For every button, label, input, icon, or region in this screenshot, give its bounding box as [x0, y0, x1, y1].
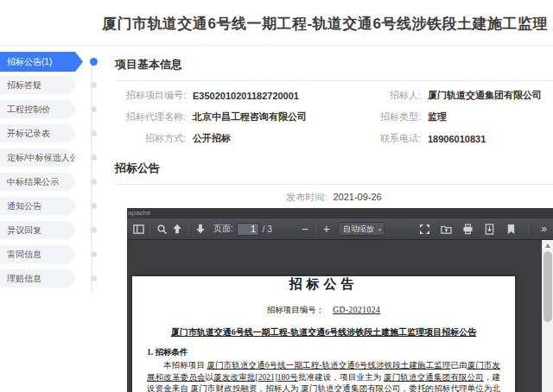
sidebar-item-label[interactable]: 通知公告 [0, 197, 77, 215]
sidebar-item-similar-info[interactable]: 雷同信息 [0, 245, 102, 263]
sidebar-item-label[interactable]: 招标答疑 [0, 76, 77, 94]
sidebar-item-announcement[interactable]: 招标公告(1) [0, 52, 102, 72]
scroll-up-arrow-icon[interactable] [545, 243, 550, 248]
field-agency-name: 招标代理名称: 北京中昌工程咨询有限公司 [115, 106, 350, 128]
field-value: 北京中昌工程咨询有限公司 [193, 111, 307, 123]
sidebar-item-result-publicity[interactable]: 中标结果公示 [0, 173, 102, 191]
document-paragraph: 本招标项目 厦门市轨道交通6号线一期工程-轨道交通6号线涉铁段土建施工监理已由厦… [147, 360, 500, 392]
timeline-dot [91, 155, 97, 161]
zoom-in-button[interactable]: + [320, 222, 334, 236]
field-label: 招标方式: [115, 132, 186, 145]
project-info-grid: 招标项目编号: E3502010201182720001 招标人: 厦门轨道交通… [115, 81, 553, 149]
download-icon [484, 224, 495, 235]
toolbar-right-group: » [416, 221, 550, 237]
page-header: 厦门市轨道交通6号线一期工程-轨道交通6号线涉铁段土建施工监理 [0, 0, 553, 46]
fullscreen-icon [419, 224, 430, 235]
document-code-label: 招标项目编号： [267, 306, 325, 314]
timeline-dot [91, 82, 97, 88]
printer-icon [462, 224, 474, 235]
print-button[interactable] [460, 221, 475, 237]
next-page-button[interactable] [193, 221, 208, 237]
field-value: E3502010201182720001 [193, 91, 299, 101]
field-value: 18906010831 [428, 134, 486, 144]
open-file-button[interactable] [438, 221, 454, 237]
download-button[interactable] [481, 221, 497, 237]
document-code-line: 招标项目编号：GD-2021024 [132, 305, 515, 316]
timeline-dot [91, 130, 97, 136]
page-title: 厦门市轨道交通6号线一期工程-轨道交通6号线涉铁段土建施工监理 [97, 14, 553, 34]
field-tender-type: 招标类型: 监理 [350, 106, 553, 128]
field-value: 公开招标 [193, 132, 231, 145]
sidebar-item-label[interactable]: 异议回复 [0, 221, 77, 239]
document-title: 招标公告 [132, 276, 515, 293]
pdf-scrollbar[interactable] [542, 240, 553, 392]
sidebar-item-label[interactable]: 雷同信息 [0, 245, 77, 263]
section-title-announcement: 招标公告 [115, 161, 553, 185]
sidebar-item-label[interactable]: 理赔信息 [0, 269, 77, 288]
timeline-dot [91, 251, 97, 257]
pdf-viewer: apache [127, 208, 553, 392]
sidebar-item-label[interactable]: 定标/中标候选人公示 [0, 149, 77, 167]
main-content: 项目基本信息 招标项目编号: E3502010201182720001 招标人:… [102, 46, 553, 392]
find-button[interactable] [154, 221, 169, 237]
search-icon [156, 224, 168, 235]
zoom-out-button[interactable]: − [298, 222, 312, 236]
pdf-server-bar: apache [127, 208, 553, 218]
toolbar-separator [315, 223, 316, 235]
pdf-content-area: 招标公告 招标项目编号：GD-2021024 厦门市轨道交通6号线一期工程-轨道… [127, 240, 542, 392]
field-project-number: 招标项目编号: E3502010201182720001 [115, 85, 350, 106]
timeline-dot [91, 106, 97, 112]
sidebar-item-winner-candidates[interactable]: 定标/中标候选人公示 [0, 149, 102, 167]
presentation-mode-button[interactable] [416, 221, 432, 237]
chevron-down-icon: ▾ [378, 226, 381, 232]
pdf-toolbar: 页面: / 3 − + 自动缩放 ▾ [127, 218, 553, 240]
publish-row: 发布时间: 2021-09-26 [115, 191, 553, 204]
pdf-page: 招标公告 招标项目编号：GD-2021024 厦门市轨道交通6号线一期工程-轨道… [132, 276, 515, 392]
server-label: apache [128, 209, 150, 217]
publish-time-label: 发布时间: [286, 192, 327, 202]
sidebar: 招标公告(1) 招标答疑 工程控制价 开标记录表 定标/中标候选人公示 中标结果… [0, 46, 102, 392]
sidebar-item-objection-reply[interactable]: 异议回复 [0, 221, 102, 239]
bookmark-button[interactable] [503, 221, 518, 237]
zoom-select-value: 自动缩放 [343, 224, 374, 235]
toggle-sidebar-button[interactable] [130, 221, 146, 237]
sidebar-item-label[interactable]: 开标记录表 [0, 124, 77, 142]
page-number-input[interactable] [237, 223, 259, 236]
previous-page-button[interactable] [169, 221, 185, 237]
field-tender-method: 招标方式: 公开招标 [115, 128, 350, 149]
scrollbar-thumb[interactable] [543, 251, 552, 322]
arrow-down-icon [195, 224, 206, 234]
field-tenderer: 招标人: 厦门轨道交通集团有限公司 [350, 85, 553, 106]
document-code-value: GD-2021024 [333, 306, 380, 314]
toolbar-separator [188, 223, 189, 235]
field-value: 厦门轨道交通集团有限公司 [428, 89, 542, 102]
toolbar-separator [528, 223, 529, 235]
field-label: 招标项目编号: [115, 89, 186, 102]
sidebar-item-label[interactable]: 中标结果公示 [0, 173, 77, 191]
more-tools-button[interactable]: » [538, 223, 550, 235]
sidebar-item-label[interactable]: 招标公告(1) [0, 52, 83, 72]
field-label: 招标类型: [350, 111, 421, 123]
publish-time-value: 2021-09-26 [333, 192, 381, 202]
timeline-dot [91, 203, 97, 209]
toolbar-separator [149, 223, 150, 235]
page-label: 页面: [213, 223, 233, 235]
sidebar-item-claims-info[interactable]: 理赔信息 [0, 269, 102, 288]
document-section-1: 1. 招标条件 [147, 347, 500, 358]
bookmark-icon [506, 224, 516, 235]
zoom-controls: − + 自动缩放 ▾ [298, 222, 385, 236]
timeline-dot [91, 227, 97, 233]
sidebar-item-bid-opening-record[interactable]: 开标记录表 [0, 124, 102, 142]
sidebar-toggle-icon [133, 224, 144, 235]
timeline-dot [91, 275, 97, 281]
sidebar-item-qa[interactable]: 招标答疑 [0, 76, 102, 94]
sidebar-item-label[interactable]: 工程控制价 [0, 100, 77, 118]
page-total: / 3 [263, 224, 272, 234]
zoom-select-dropdown[interactable]: 自动缩放 ▾ [338, 222, 385, 236]
sidebar-item-notice[interactable]: 通知公告 [0, 197, 102, 215]
timeline-dot [90, 58, 98, 66]
sidebar-item-control-price[interactable]: 工程控制价 [0, 100, 102, 118]
document-headline: 厦门市轨道交通6号线一期工程-轨道交通6号线涉铁段土建施工监理项目招标公告 [132, 326, 515, 338]
field-label: 招标代理名称: [115, 111, 186, 123]
open-folder-icon [441, 224, 452, 235]
